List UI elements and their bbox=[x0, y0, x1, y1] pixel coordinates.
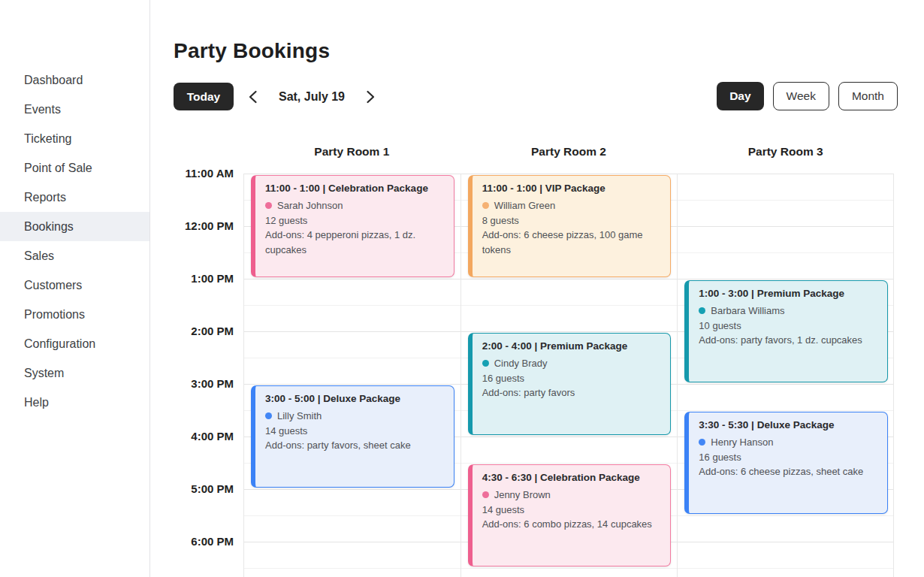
event-title: 2:00 - 4:00 | Premium Package bbox=[482, 340, 662, 352]
event-addons: Add-ons: 4 pepperoni pizzas, 1 dz. cupca… bbox=[265, 228, 445, 257]
time-label: 2:00 PM bbox=[150, 324, 234, 339]
event-title: 3:00 - 5:00 | Deluxe Package bbox=[265, 393, 445, 404]
sidebar-item-configuration[interactable]: Configuration bbox=[0, 329, 149, 358]
sidebar-item-system[interactable]: System bbox=[0, 358, 149, 388]
customer-name: William Green bbox=[494, 198, 556, 213]
customer-dot bbox=[482, 202, 489, 209]
event-addons: Add-ons: party favors bbox=[482, 385, 662, 400]
view-switcher: Day Week Month bbox=[717, 82, 898, 110]
current-date-label: Sat, July 19 bbox=[276, 90, 348, 104]
event-title: 1:00 - 3:00 | Premium Package bbox=[699, 288, 878, 299]
time-label: 3:00 PM bbox=[150, 376, 234, 391]
view-month-button[interactable]: Month bbox=[838, 82, 898, 110]
sidebar: Dashboard Events Ticketing Point of Sale… bbox=[0, 0, 150, 577]
view-day-button[interactable]: Day bbox=[717, 82, 763, 110]
sidebar-item-bookings[interactable]: Bookings bbox=[0, 212, 149, 241]
time-label: 5:00 PM bbox=[150, 482, 234, 497]
today-button[interactable]: Today bbox=[174, 83, 234, 110]
chevron-right-icon bbox=[366, 90, 376, 104]
customer-name: Cindy Brady bbox=[494, 356, 548, 371]
event-addons: Add-ons: 6 cheese pizzas, 100 game token… bbox=[482, 228, 662, 257]
event-guests: 12 guests bbox=[265, 213, 445, 228]
room-2-column[interactable]: 11:00 - 1:00 | VIP Package William Green… bbox=[460, 174, 678, 577]
event-customer: Jenny Brown bbox=[482, 488, 662, 503]
event-guests: 16 guests bbox=[482, 371, 662, 386]
sidebar-item-promotions[interactable]: Promotions bbox=[0, 300, 149, 329]
customer-dot bbox=[265, 202, 272, 209]
event-customer: Cindy Brady bbox=[482, 356, 662, 371]
event-title: 11:00 - 1:00 | Celebration Package bbox=[265, 183, 445, 194]
customer-dot bbox=[482, 491, 489, 498]
sidebar-item-events[interactable]: Events bbox=[0, 95, 149, 124]
customer-name: Sarah Johnson bbox=[277, 198, 343, 213]
customer-name: Jenny Brown bbox=[494, 488, 551, 503]
customer-name: Lilly Smith bbox=[277, 409, 322, 424]
room-1-column[interactable]: 11:00 - 1:00 | Celebration Package Sarah… bbox=[243, 174, 460, 577]
customer-name: Barbara Williams bbox=[711, 304, 784, 319]
event-card[interactable]: 1:00 - 3:00 | Premium Package Barbara Wi… bbox=[684, 280, 888, 382]
sidebar-item-reports[interactable]: Reports bbox=[0, 183, 149, 212]
event-guests: 16 guests bbox=[699, 450, 878, 465]
event-card[interactable]: 11:00 - 1:00 | VIP Package William Green… bbox=[468, 175, 672, 277]
time-label: 1:00 PM bbox=[150, 271, 234, 286]
room-header-3: Party Room 3 bbox=[677, 145, 894, 159]
event-card[interactable]: 3:00 - 5:00 | Deluxe Package Lilly Smith… bbox=[251, 385, 454, 488]
event-customer: Sarah Johnson bbox=[265, 198, 445, 213]
event-customer: Henry Hanson bbox=[699, 435, 878, 450]
sidebar-nav: Dashboard Events Ticketing Point of Sale… bbox=[0, 65, 149, 417]
customer-dot bbox=[482, 360, 489, 367]
prev-day-button[interactable] bbox=[243, 87, 262, 107]
event-guests: 10 guests bbox=[699, 319, 878, 334]
chevron-left-icon bbox=[248, 90, 258, 104]
event-customer: Barbara Williams bbox=[699, 304, 878, 319]
room-3-column[interactable]: 1:00 - 3:00 | Premium Package Barbara Wi… bbox=[677, 174, 894, 577]
time-label: 6:00 PM bbox=[150, 534, 234, 549]
sidebar-item-point-of-sale[interactable]: Point of Sale bbox=[0, 153, 149, 183]
event-guests: 14 guests bbox=[265, 424, 445, 439]
event-customer: William Green bbox=[482, 198, 662, 213]
sidebar-item-customers[interactable]: Customers bbox=[0, 270, 149, 300]
event-card[interactable]: 11:00 - 1:00 | Celebration Package Sarah… bbox=[251, 175, 454, 277]
event-addons: Add-ons: party favors, sheet cake bbox=[265, 438, 445, 453]
sidebar-item-dashboard[interactable]: Dashboard bbox=[0, 65, 149, 95]
room-header-1: Party Room 1 bbox=[243, 145, 460, 159]
event-guests: 14 guests bbox=[482, 503, 662, 518]
event-card[interactable]: 2:00 - 4:00 | Premium Package Cindy Brad… bbox=[468, 333, 672, 435]
event-title: 4:30 - 6:30 | Celebration Package bbox=[482, 472, 662, 483]
party-bookings-app: Dashboard Events Ticketing Point of Sale… bbox=[0, 0, 924, 577]
view-week-button[interactable]: Week bbox=[773, 82, 829, 110]
event-guests: 8 guests bbox=[482, 213, 662, 228]
next-day-button[interactable] bbox=[361, 87, 380, 107]
page-title: Party Bookings bbox=[174, 39, 330, 63]
calendar-grid: 11:00 - 1:00 | Celebration Package Sarah… bbox=[243, 174, 894, 577]
time-label: 11:00 AM bbox=[150, 166, 234, 181]
event-customer: Lilly Smith bbox=[265, 409, 445, 424]
customer-dot bbox=[699, 439, 705, 446]
sidebar-item-help[interactable]: Help bbox=[0, 388, 149, 417]
room-headers: Party Room 1 Party Room 2 Party Room 3 bbox=[243, 145, 894, 159]
date-navigation: Sat, July 19 bbox=[243, 83, 380, 110]
event-addons: Add-ons: party favors, 1 dz. cupcakes bbox=[699, 333, 878, 348]
time-label: 4:00 PM bbox=[150, 429, 234, 444]
event-title: 3:30 - 5:30 | Deluxe Package bbox=[699, 419, 878, 430]
event-title: 11:00 - 1:00 | VIP Package bbox=[482, 183, 662, 194]
customer-name: Henry Hanson bbox=[711, 435, 773, 450]
event-card[interactable]: 4:30 - 6:30 | Celebration Package Jenny … bbox=[468, 464, 672, 566]
sidebar-item-sales[interactable]: Sales bbox=[0, 241, 149, 270]
sidebar-item-ticketing[interactable]: Ticketing bbox=[0, 124, 149, 153]
event-card[interactable]: 3:30 - 5:30 | Deluxe Package Henry Hanso… bbox=[684, 412, 888, 514]
customer-dot bbox=[699, 307, 705, 314]
event-addons: Add-ons: 6 combo pizzas, 14 cupcakes bbox=[482, 517, 662, 532]
event-addons: Add-ons: 6 cheese pizzas, sheet cake bbox=[699, 464, 878, 479]
customer-dot bbox=[265, 412, 272, 419]
time-label: 12:00 PM bbox=[150, 219, 234, 234]
room-header-2: Party Room 2 bbox=[460, 145, 678, 159]
main-content: Party Bookings Today Sat, July 19 Day We… bbox=[150, 0, 924, 577]
